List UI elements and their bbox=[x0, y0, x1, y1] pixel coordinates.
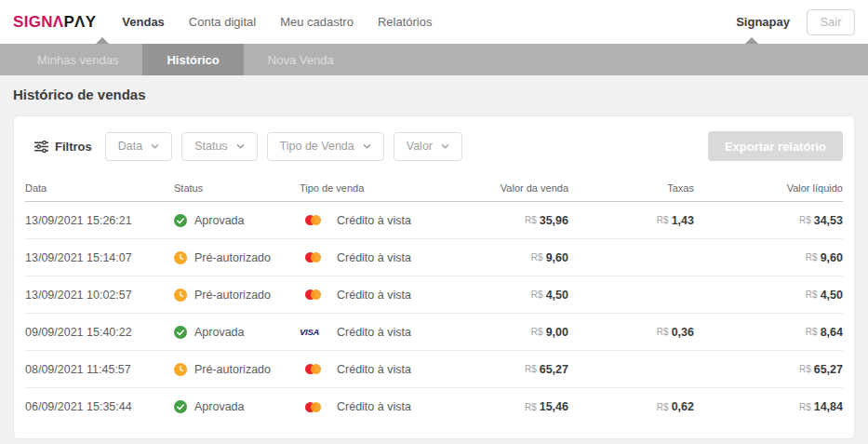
value-amount: 15,46 bbox=[540, 400, 568, 413]
sale-net: R$9,60 bbox=[694, 251, 843, 264]
sale-type: Crédito à vista bbox=[300, 363, 429, 376]
currency-symbol: R$ bbox=[531, 252, 543, 262]
value-amount: 65,27 bbox=[540, 363, 568, 376]
user-name[interactable]: Signapay bbox=[736, 15, 790, 29]
nav-item-relatorios[interactable]: Relatórios bbox=[378, 15, 433, 29]
logout-button[interactable]: Sair bbox=[807, 9, 855, 35]
logo-text-secondary: PΛY bbox=[63, 13, 96, 31]
table-row[interactable]: 13/09/2021 15:26:21 Aprovada Crédito à v… bbox=[25, 202, 843, 239]
sales-history-card: Filtros Data Status Tipo de Venda Valor … bbox=[13, 115, 855, 439]
status-label: Pré-autorizado bbox=[194, 251, 271, 264]
net-amount: 34,53 bbox=[814, 214, 843, 227]
filter-dropdown-tipo-de-venda[interactable]: Tipo de Venda bbox=[267, 132, 384, 161]
sale-type-label: Crédito à vista bbox=[337, 363, 411, 376]
net-amount: 9,60 bbox=[821, 251, 843, 264]
table-row[interactable]: 09/09/2021 15:40:22 Aprovada VISA Crédit… bbox=[25, 314, 843, 351]
filter-dropdown-valor[interactable]: Valor bbox=[394, 132, 462, 161]
status-label: Aprovada bbox=[194, 214, 245, 227]
filter-data-label: Data bbox=[118, 140, 142, 153]
currency-symbol: R$ bbox=[657, 215, 669, 225]
value-amount: 9,60 bbox=[546, 251, 568, 264]
sale-type: Crédito à vista bbox=[300, 214, 429, 227]
tab-nova-venda[interactable]: Nova Venda bbox=[244, 44, 358, 75]
sale-net: R$8,64 bbox=[694, 326, 843, 339]
mastercard-icon bbox=[300, 215, 329, 225]
table-row[interactable]: 06/09/2021 15:35:44 Aprovada Crédito à v… bbox=[25, 388, 843, 425]
pre-authorized-clock-icon bbox=[174, 289, 187, 302]
currency-symbol: R$ bbox=[525, 364, 537, 374]
net-amount: 14,84 bbox=[814, 400, 843, 413]
sale-status: Aprovada bbox=[174, 214, 300, 227]
mastercard-icon bbox=[300, 289, 329, 300]
tab-bar: Minhas vendas Histórico Nova Venda bbox=[0, 44, 868, 75]
page-title: Histórico de vendas bbox=[0, 75, 868, 112]
sale-date: 13/09/2021 10:02:57 bbox=[25, 289, 174, 302]
sale-date: 13/09/2021 15:26:21 bbox=[25, 214, 174, 227]
sale-status: Aprovada bbox=[174, 400, 300, 413]
currency-symbol: R$ bbox=[806, 327, 818, 337]
pre-authorized-clock-icon bbox=[174, 363, 187, 376]
col-header-valor-venda: Valor da venda bbox=[429, 182, 568, 194]
chevron-down-icon bbox=[363, 142, 371, 151]
mastercard-icon bbox=[300, 252, 329, 262]
fee-amount: 0,62 bbox=[672, 400, 694, 413]
tab-minhas-vendas[interactable]: Minhas vendas bbox=[13, 44, 142, 75]
sale-net: R$14,84 bbox=[694, 400, 843, 413]
sale-date: 06/09/2021 15:35:44 bbox=[25, 400, 174, 413]
sale-net: R$34,53 bbox=[694, 214, 843, 227]
filter-tipo-label: Tipo de Venda bbox=[280, 140, 354, 153]
sale-status: Pré-autorizado bbox=[174, 251, 300, 264]
sale-fee: R$1,43 bbox=[568, 214, 694, 227]
nav-item-conta-digital[interactable]: Conta digital bbox=[189, 15, 256, 29]
net-amount: 4,50 bbox=[821, 289, 843, 302]
net-amount: 8,64 bbox=[821, 326, 843, 339]
col-header-valor-liquido: Valor líquido bbox=[694, 182, 843, 194]
net-amount: 65,27 bbox=[814, 363, 843, 376]
visa-icon: VISA bbox=[300, 327, 329, 337]
tab-historico[interactable]: Histórico bbox=[142, 44, 243, 75]
filter-dropdown-data[interactable]: Data bbox=[105, 132, 172, 161]
sale-date: 09/09/2021 15:40:22 bbox=[25, 326, 174, 339]
filter-dropdown-status[interactable]: Status bbox=[181, 132, 257, 161]
currency-symbol: R$ bbox=[799, 215, 811, 225]
sales-table: Data Status Tipo de venda Valor da venda… bbox=[14, 174, 854, 425]
sale-net: R$65,27 bbox=[694, 363, 843, 376]
table-row[interactable]: 13/09/2021 15:14:07 Pré-autorizado Crédi… bbox=[25, 239, 843, 276]
currency-symbol: R$ bbox=[806, 252, 818, 262]
status-label: Pré-autorizado bbox=[194, 289, 271, 302]
export-report-button[interactable]: Exportar relatório bbox=[708, 131, 843, 161]
approved-check-icon bbox=[174, 326, 187, 339]
main-nav: Vendas Conta digital Meu cadastro Relató… bbox=[122, 15, 432, 29]
top-header: SIGNΛPΛY Vendas Conta digital Meu cadast… bbox=[0, 0, 868, 44]
table-row[interactable]: 13/09/2021 10:02:57 Pré-autorizado Crédi… bbox=[25, 276, 843, 314]
col-header-tipo: Tipo de venda bbox=[300, 182, 429, 194]
approved-check-icon bbox=[174, 214, 187, 227]
sale-value: R$9,60 bbox=[429, 251, 568, 264]
sale-value: R$9,00 bbox=[429, 326, 568, 339]
nav-item-meu-cadastro[interactable]: Meu cadastro bbox=[280, 15, 354, 29]
status-label: Pré-autorizado bbox=[194, 363, 271, 376]
nav-item-vendas[interactable]: Vendas bbox=[122, 15, 165, 29]
sale-type-label: Crédito à vista bbox=[337, 251, 411, 264]
logo-text-primary: SIGNΛ bbox=[13, 13, 63, 31]
currency-symbol: R$ bbox=[657, 402, 669, 412]
sale-value: R$65,27 bbox=[429, 363, 568, 376]
table-row[interactable]: 08/09/2021 11:45:57 Pré-autorizado Crédi… bbox=[25, 351, 843, 388]
sale-value: R$35,96 bbox=[429, 214, 568, 227]
sale-type: Crédito à vista bbox=[300, 289, 429, 302]
approved-check-icon bbox=[174, 400, 187, 413]
currency-symbol: R$ bbox=[531, 327, 543, 337]
sale-type-label: Crédito à vista bbox=[337, 289, 411, 302]
currency-symbol: R$ bbox=[799, 364, 811, 374]
fee-amount: 1,43 bbox=[672, 214, 694, 227]
filters-label: Filtros bbox=[34, 140, 92, 154]
sale-type: VISA Crédito à vista bbox=[300, 326, 429, 339]
signapay-logo[interactable]: SIGNΛPΛY bbox=[13, 13, 96, 32]
sale-date: 08/09/2021 11:45:57 bbox=[25, 363, 174, 376]
chevron-down-icon bbox=[236, 142, 245, 151]
sale-net: R$4,50 bbox=[694, 289, 843, 302]
sale-date: 13/09/2021 15:14:07 bbox=[25, 251, 174, 264]
currency-symbol: R$ bbox=[525, 215, 537, 225]
filters-row: Filtros Data Status Tipo de Venda Valor … bbox=[14, 116, 854, 174]
mastercard-icon bbox=[300, 402, 329, 412]
